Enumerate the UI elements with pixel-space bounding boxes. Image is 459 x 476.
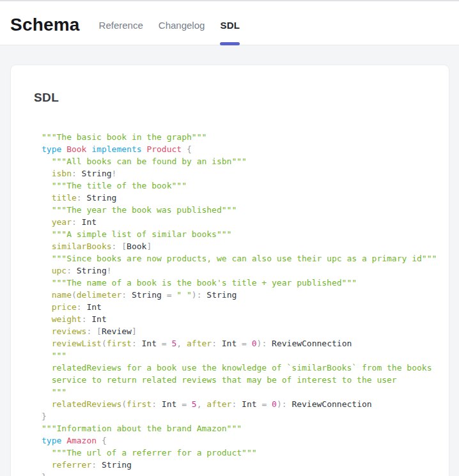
tab-changelog[interactable]: Changelog <box>159 5 205 45</box>
code-line: """The basic book in the graph""" <box>42 131 430 143</box>
code-line: relatedReviews(first: Int = 5, after: In… <box>42 398 430 410</box>
code-line: reviewList(first: Int = 5, after: Int = … <box>42 337 430 349</box>
code-line: upc: String! <box>42 265 430 277</box>
tab-sdl-label: SDL <box>220 20 240 31</box>
code-line: similarBooks: [Book] <box>42 240 430 252</box>
code-line: year: Int <box>42 216 430 228</box>
code-line: """ <box>42 386 430 398</box>
code-line: } <box>42 410 430 422</box>
active-tab-indicator <box>220 42 240 45</box>
code-line: """The name of a book is the book's titl… <box>42 277 430 289</box>
code-line: weight: Int <box>42 313 430 325</box>
tab-reference[interactable]: Reference <box>99 5 143 45</box>
code-line: } <box>42 471 430 476</box>
code-line: price: Int <box>42 301 430 313</box>
tab-changelog-label: Changelog <box>159 20 205 31</box>
card-title: SDL <box>34 91 430 105</box>
tab-reference-label: Reference <box>99 20 143 31</box>
code-line: """All books can be found by an isbn""" <box>42 155 430 167</box>
code-line: isbn: String! <box>42 167 430 180</box>
tab-bar: Reference Changelog SDL <box>99 5 256 45</box>
code-line: """The year the book was published""" <box>42 204 430 216</box>
content-area: SDL """The basic book in the graph"""typ… <box>0 45 459 476</box>
code-line: """Since books are now products, we can … <box>42 252 430 265</box>
sdl-card: SDL """The basic book in the graph"""typ… <box>11 65 449 476</box>
code-line: type Amazon { <box>42 434 430 447</box>
code-line: """The url of a referrer for a product""… <box>42 447 430 459</box>
code-line: """ <box>42 349 430 362</box>
code-line: """A simple list of similar books""" <box>42 228 430 240</box>
tab-sdl[interactable]: SDL <box>220 5 240 45</box>
code-line: service to return related reviews that m… <box>42 374 430 386</box>
code-line: type Book implements Product { <box>42 143 430 155</box>
page-header: Schema Reference Changelog SDL <box>0 0 459 45</box>
code-line: relatedReviews for a book use the knowle… <box>42 362 430 374</box>
code-line: name(delimeter: String = " "): String <box>42 289 430 301</box>
code-line: """Information about the brand Amazon""" <box>42 422 430 434</box>
sdl-code-block: """The basic book in the graph"""type Bo… <box>42 131 430 476</box>
code-line: title: String <box>42 192 430 204</box>
code-line: reviews: [Review] <box>42 325 430 337</box>
code-line: """The title of the book""" <box>42 180 430 192</box>
code-line: referrer: String <box>42 459 430 471</box>
page-title: Schema <box>10 15 80 35</box>
